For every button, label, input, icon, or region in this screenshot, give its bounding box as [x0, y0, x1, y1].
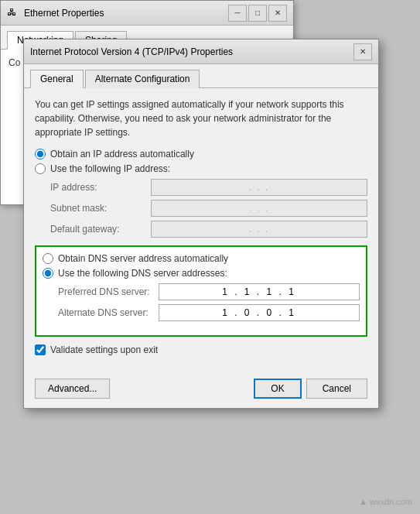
validate-label: Validate settings upon exit [50, 344, 158, 355]
ipv4-main-content: You can get IP settings assigned automat… [24, 88, 378, 372]
ipv4-properties-dialog: Internet Protocol Version 4 (TCP/IPv4) P… [23, 39, 379, 409]
auto-dns-radio-row: Obtain DNS server address automatically [43, 253, 360, 264]
ipv4-title-text: Internet Protocol Version 4 (TCP/IPv4) P… [30, 46, 233, 57]
ethernet-title-bar: 🖧 Ethernet Properties ─ □ ✕ [1, 1, 293, 26]
advanced-button[interactable]: Advanced... [35, 379, 110, 399]
preferred-dns-input[interactable]: 1 . 1 . 1 . 1 [159, 283, 360, 300]
ok-cancel-group: OK Cancel [254, 379, 367, 399]
alternate-dns-row: Alternate DNS server: 1 . 0 . 0 . 1 [58, 304, 360, 321]
ethernet-window-icon: 🖧 [7, 7, 19, 19]
ethernet-minimize-button[interactable]: ─ [228, 5, 247, 22]
ip-address-row: IP address: . . . [50, 179, 367, 196]
dns-section: Obtain DNS server address automatically … [35, 245, 367, 337]
validate-row: Validate settings upon exit [35, 344, 367, 355]
dialog-bottom-buttons: Advanced... OK Cancel [24, 372, 378, 408]
manual-dns-label: Use the following DNS server addresses: [58, 268, 227, 279]
manual-ip-label: Use the following IP address: [50, 163, 170, 174]
title-bar-left: 🖧 Ethernet Properties [7, 7, 104, 19]
dns-radio-group: Obtain DNS server address automatically … [43, 253, 360, 279]
ipv4-close-button[interactable]: ✕ [353, 43, 372, 60]
subnet-mask-value: . . . [249, 203, 270, 214]
tab-general[interactable]: General [30, 70, 84, 88]
auto-ip-label: Obtain an IP address automatically [50, 149, 194, 159]
alternate-dns-input[interactable]: 1 . 0 . 0 . 1 [159, 304, 360, 321]
alternate-dns-label: Alternate DNS server: [58, 307, 159, 318]
manual-ip-radio-row: Use the following IP address: [35, 163, 367, 174]
default-gateway-label: Default gateway: [50, 224, 151, 235]
validate-checkbox[interactable] [35, 344, 46, 355]
ipv4-title-buttons: ✕ [353, 43, 372, 60]
ok-button[interactable]: OK [254, 379, 301, 399]
manual-dns-radio-row: Use the following DNS server addresses: [43, 268, 360, 279]
subnet-mask-row: Subnet mask: . . . [50, 200, 367, 217]
manual-dns-radio[interactable] [43, 268, 53, 279]
alternate-dns-value: 1 . 0 . 0 . 1 [222, 307, 296, 318]
ip-address-radio-group: Obtain an IP address automatically Use t… [35, 149, 367, 174]
auto-ip-radio-row: Obtain an IP address automatically [35, 149, 367, 159]
ip-address-value: . . . [249, 182, 270, 193]
ethernet-maximize-button[interactable]: □ [248, 5, 267, 22]
ethernet-close-button[interactable]: ✕ [268, 5, 287, 22]
preferred-dns-value: 1 . 1 . 1 . 1 [222, 286, 296, 297]
ip-address-fields: IP address: . . . Subnet mask: . . . Def… [50, 179, 367, 238]
ipv4-tab-bar: General Alternate Configuration [24, 64, 378, 88]
tab-alternate-configuration[interactable]: Alternate Configuration [85, 70, 200, 88]
preferred-dns-label: Preferred DNS server: [58, 286, 159, 297]
cancel-button[interactable]: Cancel [306, 379, 367, 399]
watermark-logo: ▲ wsxdn.com [359, 497, 412, 506]
default-gateway-row: Default gateway: . . . [50, 221, 367, 238]
default-gateway-value: . . . [249, 224, 270, 235]
ethernet-title-buttons: ─ □ ✕ [228, 5, 287, 22]
dns-address-fields: Preferred DNS server: 1 . 1 . 1 . 1 Alte… [58, 283, 360, 321]
subnet-mask-input[interactable]: . . . [151, 200, 367, 217]
manual-ip-radio[interactable] [35, 163, 46, 174]
ethernet-title-text: Ethernet Properties [24, 8, 104, 19]
auto-ip-radio[interactable] [35, 149, 46, 159]
ip-address-input[interactable]: . . . [151, 179, 367, 196]
default-gateway-input[interactable]: . . . [151, 221, 367, 238]
auto-dns-radio[interactable] [43, 253, 53, 264]
auto-dns-label: Obtain DNS server address automatically [58, 253, 228, 264]
description-text: You can get IP settings assigned automat… [35, 98, 367, 139]
subnet-mask-label: Subnet mask: [50, 203, 151, 214]
preferred-dns-row: Preferred DNS server: 1 . 1 . 1 . 1 [58, 283, 360, 300]
ip-address-label: IP address: [50, 182, 151, 193]
ipv4-title-bar: Internet Protocol Version 4 (TCP/IPv4) P… [24, 39, 378, 64]
